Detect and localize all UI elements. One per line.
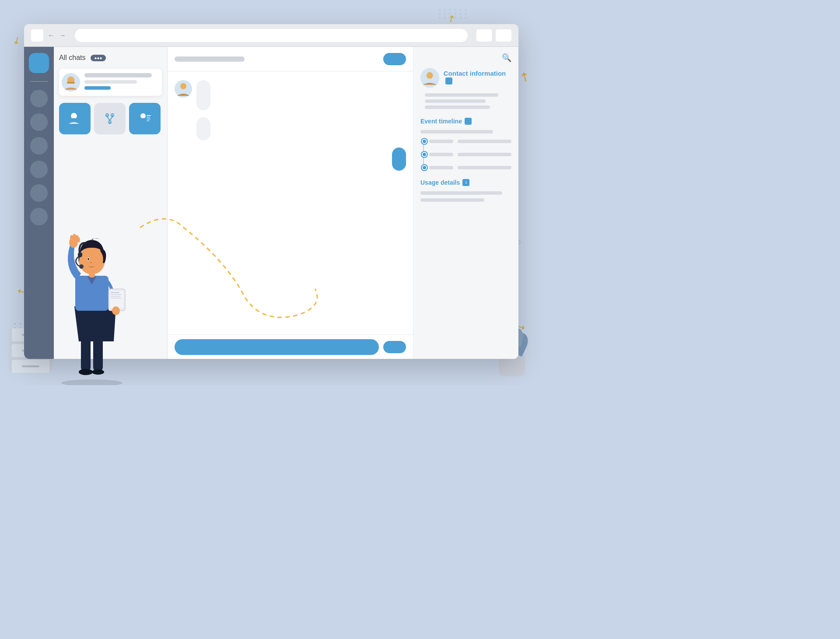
- message-bubble-received-1: [196, 80, 210, 110]
- chat-messages: [168, 71, 413, 334]
- usage-details-label: Usage details: [420, 179, 460, 186]
- quick-action-profile[interactable]: [129, 103, 161, 134]
- svg-point-24: [181, 83, 186, 88]
- svg-point-50: [90, 262, 92, 263]
- message-received-2: [196, 117, 406, 140]
- person-avatar-svg-1: [62, 73, 80, 91]
- svg-rect-41: [111, 292, 119, 293]
- svg-point-32: [92, 369, 104, 375]
- timeline-right-3: [458, 166, 511, 169]
- timeline-dot-3: [422, 165, 427, 170]
- usage-info-icon[interactable]: i: [462, 179, 469, 186]
- sidebar-divider: [30, 81, 48, 82]
- usage-bar-1: [420, 191, 502, 195]
- add-icon[interactable]: [465, 118, 472, 125]
- chat-name-bar: [84, 73, 152, 77]
- svg-rect-3: [67, 82, 75, 84]
- timeline-item-2: [429, 153, 511, 156]
- timeline-header-bar: [420, 130, 493, 133]
- timeline-right-1: [458, 140, 511, 143]
- contact-line-2: [425, 99, 486, 103]
- person-illustration: [44, 201, 140, 385]
- timeline-dot-2: [422, 152, 427, 157]
- message-sent-1: [175, 147, 406, 171]
- svg-point-31: [79, 369, 93, 375]
- sidebar-item-5[interactable]: [30, 184, 48, 202]
- contact-info-lines: [420, 93, 511, 109]
- quick-actions: [59, 103, 162, 134]
- browser-action-1[interactable]: [476, 29, 492, 42]
- svg-rect-12: [106, 114, 108, 116]
- sidebar-item-1[interactable]: [30, 90, 48, 107]
- message-bubble-sent: [392, 147, 406, 171]
- svg-rect-6: [72, 118, 76, 119]
- event-timeline-title: Event timeline: [420, 118, 511, 125]
- timeline-item-1: [429, 140, 511, 143]
- sidebar-logo[interactable]: [29, 53, 49, 73]
- chat-header-title: [175, 56, 245, 62]
- timeline-left-2: [429, 153, 453, 156]
- event-timeline-section: Event timeline: [420, 118, 511, 169]
- contact-line-1: [425, 93, 498, 97]
- usage-details-section: Usage details i: [420, 179, 511, 202]
- svg-point-49: [88, 258, 89, 260]
- svg-rect-19: [147, 117, 150, 118]
- timeline-item-3: [429, 166, 511, 169]
- chat-item-content-1: [84, 73, 159, 90]
- svg-rect-13: [111, 114, 114, 116]
- svg-rect-21: [147, 120, 150, 121]
- decor-arrow-2: ↗: [11, 34, 24, 48]
- profile-icon: [137, 111, 153, 126]
- svg-rect-42: [111, 294, 122, 295]
- dot-grid-top-right: [438, 9, 468, 19]
- nav-forward-arrow[interactable]: →: [59, 32, 66, 39]
- svg-rect-14: [108, 121, 111, 123]
- sidebar-item-3[interactable]: [30, 137, 48, 154]
- usage-details-title: Usage details i: [420, 179, 511, 186]
- msg-avatar-received: [175, 80, 192, 98]
- svg-point-16: [141, 113, 145, 118]
- chat-list-badge: ●●●: [91, 55, 105, 61]
- message-received-1: [175, 80, 406, 110]
- contact-info-title: Contact information: [444, 70, 506, 77]
- browser-back-btn[interactable]: [31, 29, 43, 42]
- address-bar[interactable]: [75, 29, 468, 42]
- svg-rect-17: [141, 118, 145, 119]
- svg-line-10: [107, 117, 110, 120]
- svg-rect-44: [111, 298, 121, 298]
- chat-input-area: [168, 334, 413, 359]
- svg-rect-43: [111, 296, 120, 297]
- svg-point-52: [79, 264, 84, 269]
- contact-info-text: Contact information: [444, 70, 511, 86]
- quick-action-new-contact[interactable]: [59, 103, 91, 134]
- workflow-icon: [102, 111, 118, 126]
- timeline-left-3: [429, 166, 453, 169]
- quick-action-workflow[interactable]: [94, 103, 126, 134]
- svg-point-2: [68, 77, 74, 83]
- event-timeline-label: Event timeline: [420, 118, 462, 125]
- svg-point-45: [112, 306, 120, 315]
- svg-rect-20: [147, 119, 150, 119]
- chat-panel: [168, 47, 413, 359]
- browser-chrome: ← →: [24, 24, 518, 47]
- sidebar-item-2[interactable]: [30, 113, 48, 131]
- sidebar-item-4[interactable]: [30, 161, 48, 178]
- chat-input[interactable]: [175, 339, 379, 355]
- svg-rect-30: [93, 337, 103, 372]
- chat-action-btn[interactable]: [383, 53, 406, 65]
- contact-line-3: [425, 105, 490, 109]
- svg-point-27: [427, 72, 433, 78]
- usage-bar-2: [420, 198, 484, 202]
- browser-action-2[interactable]: [496, 29, 511, 42]
- nav-back-arrow[interactable]: ←: [48, 32, 55, 39]
- send-button[interactable]: [383, 341, 406, 353]
- svg-point-28: [61, 379, 122, 385]
- svg-line-11: [110, 117, 112, 120]
- svg-rect-18: [147, 115, 151, 116]
- edit-icon[interactable]: [445, 77, 452, 84]
- search-icon[interactable]: 🔍: [420, 53, 511, 63]
- chat-list-item-1[interactable]: [59, 69, 162, 96]
- contact-person-avatar: [420, 68, 439, 88]
- timeline-container: [420, 140, 511, 169]
- right-panel: 🔍 Contact informat: [413, 47, 518, 359]
